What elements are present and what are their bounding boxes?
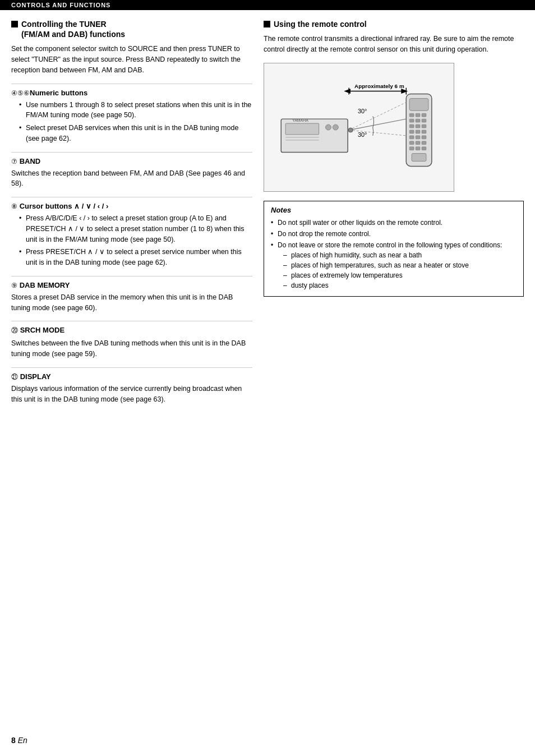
subsection-srch-title-text: SRCH MODE <box>20 326 64 334</box>
subsection-display-body: Displays various information of the serv… <box>11 384 252 405</box>
svg-rect-20 <box>416 130 420 133</box>
svg-rect-22 <box>409 136 414 139</box>
subsection-srch-prefix: ⑳ <box>11 326 18 334</box>
svg-text:YAMAHA: YAMAHA <box>292 118 308 122</box>
svg-rect-31 <box>412 153 426 161</box>
svg-rect-12 <box>422 113 426 117</box>
svg-rect-13 <box>409 119 414 122</box>
subsection-dab-memory-title: ⑨ DAB MEMORY <box>11 281 252 289</box>
svg-point-41 <box>348 128 353 132</box>
subsection-display-prefix: ㉑ <box>11 373 18 381</box>
notes-list: Do not spill water or other liquids on t… <box>271 218 516 291</box>
svg-rect-29 <box>416 146 420 150</box>
subsection-cursor-prefix: ⑧ <box>11 202 17 210</box>
subsection-srch-body: Switches between the five DAB tuning met… <box>11 338 252 359</box>
subsection-cursor-title-text: Cursor buttons ∧ / ∨ / ‹ / › <box>20 202 109 210</box>
right-section-heading: Using the remote control <box>264 19 524 29</box>
remote-diagram-container: YAMAHA <box>264 63 454 192</box>
cursor-bullet-2: Press PRESET/CH ∧ / ∨ to select a preset… <box>19 247 252 268</box>
numeric-bullet-2: Select preset DAB services when this uni… <box>19 123 252 144</box>
subsection-band-title: ⑦ BAND <box>11 157 252 165</box>
subsection-cursor-title: ⑧ Cursor buttons ∧ / ∨ / ‹ / › <box>11 202 252 210</box>
note-item-3: Do not leave or store the remote control… <box>271 240 516 291</box>
notes-sublist: places of high humidity, such as near a … <box>283 250 516 291</box>
svg-rect-10 <box>409 113 414 117</box>
left-column: Controlling the TUNER (FM/AM and DAB) fu… <box>11 19 252 412</box>
subsection-numeric-title-text: Numeric buttons <box>30 89 87 97</box>
svg-rect-9 <box>409 98 428 110</box>
cursor-bullets: Press A/B/C/D/E ‹ / › to select a preset… <box>19 213 252 268</box>
subsection-display-title-text: DISPLAY <box>20 372 51 381</box>
right-column: Using the remote control The remote cont… <box>264 19 524 412</box>
heading-bullet <box>11 21 18 27</box>
svg-rect-23 <box>416 136 420 139</box>
subsection-dab-memory-prefix: ⑨ <box>11 282 17 289</box>
svg-rect-19 <box>409 130 414 133</box>
page-footer: 8 En <box>11 736 27 745</box>
subsection-srch-mode: ⑳ SRCH MODE Switches between the five DA… <box>11 321 252 359</box>
subsection-numeric-buttons: ④⑤⑥Numeric buttons Use numbers 1 through… <box>11 84 252 144</box>
svg-rect-18 <box>422 125 426 128</box>
content-area: Controlling the TUNER (FM/AM and DAB) fu… <box>0 10 535 423</box>
svg-rect-21 <box>422 130 426 133</box>
right-heading-bullet <box>264 21 270 27</box>
page: CONTROLS AND FUNCTIONS Controlling the T… <box>0 0 535 756</box>
page-number: 8 <box>11 736 16 745</box>
left-heading-text: Controlling the TUNER (FM/AM and DAB) fu… <box>21 19 125 39</box>
subsection-band: ⑦ BAND Switches the reception band betwe… <box>11 152 252 190</box>
subsection-band-body: Switches the reception band between FM, … <box>11 168 252 190</box>
svg-text:30°: 30° <box>358 108 367 114</box>
svg-rect-2 <box>285 123 319 135</box>
note-subitem-1: places of high humidity, such as near a … <box>283 250 516 260</box>
numeric-bullet-1: Use numbers 1 through 8 to select preset… <box>19 100 252 121</box>
subsection-cursor: ⑧ Cursor buttons ∧ / ∨ / ‹ / › Press A/B… <box>11 197 252 268</box>
svg-rect-26 <box>416 141 420 144</box>
subsection-dab-memory-title-text: DAB MEMORY <box>20 281 70 289</box>
subsection-dab-memory-body: Stores a preset DAB service in the memor… <box>11 292 252 314</box>
subsection-display-title: ㉑ DISPLAY <box>11 372 252 381</box>
left-intro: Set the component selector switch to SOU… <box>11 44 252 75</box>
svg-point-4 <box>333 125 338 130</box>
svg-rect-14 <box>416 119 420 122</box>
subsection-band-title-text: BAND <box>20 157 41 165</box>
cursor-bullet-1: Press A/B/C/D/E ‹ / › to select a preset… <box>19 213 252 245</box>
banner-text: CONTROLS AND FUNCTIONS <box>11 2 110 8</box>
subsection-band-prefix: ⑦ <box>11 158 17 165</box>
top-banner: CONTROLS AND FUNCTIONS <box>0 0 535 10</box>
svg-rect-25 <box>409 141 414 144</box>
svg-rect-27 <box>422 141 426 144</box>
subsection-numeric-title: ④⑤⑥Numeric buttons <box>11 89 252 97</box>
right-intro: The remote control transmits a direction… <box>264 34 524 55</box>
svg-rect-28 <box>409 146 414 150</box>
language-label: En <box>18 736 27 745</box>
notes-title: Notes <box>271 206 516 214</box>
svg-text:Approximately 6 m: Approximately 6 m <box>354 82 404 89</box>
left-section-heading: Controlling the TUNER (FM/AM and DAB) fu… <box>11 19 252 39</box>
right-intro-text: The remote control transmits a direction… <box>264 35 514 53</box>
subsection-dab-memory: ⑨ DAB MEMORY Stores a preset DAB service… <box>11 276 252 314</box>
svg-rect-30 <box>422 146 426 150</box>
numeric-bullets: Use numbers 1 through 8 to select preset… <box>19 100 252 144</box>
note-item-2: Do not drop the remote control. <box>271 229 516 239</box>
svg-rect-24 <box>422 136 426 139</box>
right-heading-text: Using the remote control <box>274 19 367 29</box>
remote-diagram-svg: YAMAHA <box>264 63 454 191</box>
notes-box: Notes Do not spill water or other liquid… <box>264 201 524 297</box>
note-subitem-2: places of high temperatures, such as nea… <box>283 260 516 270</box>
svg-rect-15 <box>422 119 426 122</box>
heading-line2: (FM/AM and DAB) functions <box>21 30 125 39</box>
svg-rect-11 <box>416 113 420 117</box>
svg-point-3 <box>326 125 331 130</box>
subsection-display: ㉑ DISPLAY Displays various information o… <box>11 367 252 405</box>
svg-rect-16 <box>409 125 414 128</box>
subsection-srch-title: ⑳ SRCH MODE <box>11 326 252 335</box>
subsection-numeric-prefix: ④⑤⑥ <box>11 89 30 97</box>
svg-text:30°: 30° <box>358 131 367 138</box>
svg-rect-17 <box>416 125 420 128</box>
note-item-1: Do not spill water or other liquids on t… <box>271 218 516 228</box>
note-subitem-4: dusty places <box>283 280 516 291</box>
note-subitem-3: places of extremely low temperatures <box>283 270 516 280</box>
heading-line1: Controlling the TUNER <box>21 20 107 29</box>
